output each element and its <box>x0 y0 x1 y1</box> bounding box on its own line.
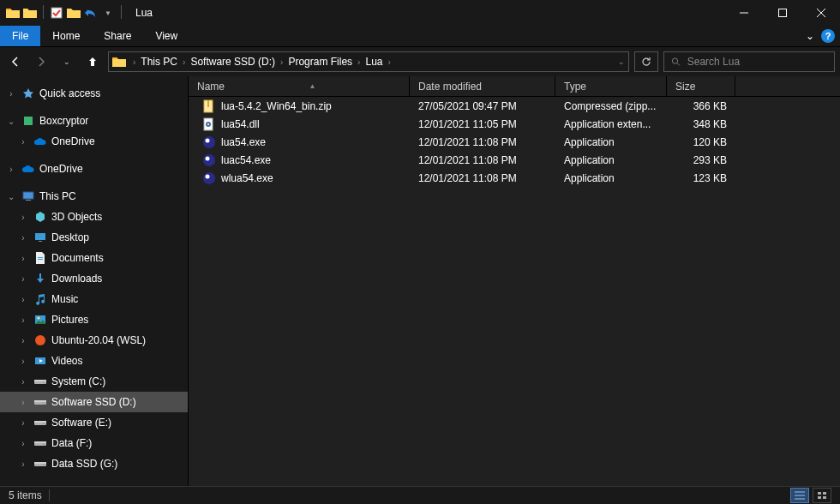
view-details-button[interactable] <box>790 488 809 503</box>
up-button[interactable] <box>82 51 103 72</box>
breadcrumb-segment[interactable]: This PC <box>137 56 181 68</box>
tree-item[interactable]: › Pictures <box>0 309 188 330</box>
tree-label: Pictures <box>51 314 88 326</box>
tree-label: Videos <box>51 355 82 367</box>
tree-onedrive[interactable]: › OneDrive <box>0 159 188 179</box>
breadcrumb-segment[interactable]: Software SSD (D:) <box>187 56 279 68</box>
svg-rect-32 <box>207 100 209 107</box>
chevron-right-icon[interactable]: › <box>279 57 285 67</box>
qat-dropdown-icon[interactable]: ▼ <box>100 5 116 21</box>
chevron-right-icon[interactable]: › <box>17 336 29 345</box>
column-label: Name <box>197 81 225 93</box>
documents-icon <box>33 250 48 266</box>
qat-check-icon[interactable] <box>49 5 64 21</box>
chevron-right-icon[interactable]: › <box>5 165 17 174</box>
file-row[interactable]: lua-5.4.2_Win64_bin.zip 27/05/2021 09:47… <box>189 97 840 115</box>
chevron-right-icon[interactable]: › <box>17 213 29 222</box>
chevron-right-icon[interactable]: › <box>17 418 29 428</box>
chevron-right-icon[interactable]: › <box>17 295 29 304</box>
tree-item[interactable]: › System (C:) <box>0 371 188 392</box>
tree-item[interactable]: › Downloads <box>0 268 188 289</box>
file-size: 120 KB <box>667 136 735 148</box>
chevron-right-icon[interactable]: › <box>17 274 29 284</box>
tree-label: Data SSD (G:) <box>51 458 117 470</box>
minimize-button[interactable] <box>724 0 763 26</box>
column-header-type[interactable]: Type <box>555 76 667 96</box>
chevron-right-icon[interactable]: › <box>17 377 29 387</box>
chevron-down-icon[interactable]: ⌄ <box>5 117 17 126</box>
onedrive-icon <box>33 134 48 149</box>
back-button[interactable] <box>5 51 26 72</box>
refresh-button[interactable] <box>634 51 658 72</box>
drive-icon <box>33 394 48 410</box>
forward-button[interactable] <box>31 51 51 72</box>
column-header-name[interactable]: Name ▲ <box>189 76 410 96</box>
drive-icon <box>33 374 48 389</box>
recent-dropdown-icon[interactable]: ⌄ <box>57 51 77 72</box>
chevron-right-icon[interactable]: › <box>17 357 29 366</box>
file-size: 123 KB <box>667 172 735 184</box>
tab-home[interactable]: Home <box>40 26 92 46</box>
file-date: 12/01/2021 11:08 PM <box>410 136 555 148</box>
search-input[interactable] <box>687 56 827 68</box>
tree-item[interactable]: › 3D Objects <box>0 207 188 227</box>
svg-line-6 <box>677 63 680 66</box>
svg-rect-45 <box>818 492 821 495</box>
address-bar[interactable]: › This PC › Software SSD (D:) › Program … <box>108 51 629 72</box>
tree-item[interactable]: › Data SSD (G:) <box>0 453 188 474</box>
chevron-right-icon[interactable]: › <box>356 57 362 67</box>
tree-quick-access[interactable]: › Quick access <box>0 83 188 104</box>
tab-share[interactable]: Share <box>92 26 143 46</box>
chevron-right-icon[interactable]: › <box>17 439 29 448</box>
file-row[interactable]: lua54.dll 12/01/2021 11:05 PM Applicatio… <box>189 115 840 133</box>
tab-file[interactable]: File <box>0 26 40 46</box>
file-date: 27/05/2021 09:47 PM <box>410 100 555 112</box>
chevron-right-icon[interactable]: › <box>181 57 187 67</box>
chevron-right-icon[interactable]: › <box>17 459 29 469</box>
view-large-icons-button[interactable] <box>813 488 831 503</box>
chevron-right-icon[interactable]: › <box>17 254 29 263</box>
tree-item[interactable]: › Music <box>0 289 188 309</box>
tree-item[interactable]: › Data (F:) <box>0 433 188 453</box>
qat-properties-icon[interactable] <box>22 5 38 21</box>
tree-onedrive-nested[interactable]: › OneDrive <box>0 131 188 152</box>
file-row[interactable]: luac54.exe 12/01/2021 11:08 PM Applicati… <box>189 151 840 169</box>
tree-item[interactable]: › Software SSD (D:) <box>0 392 188 412</box>
tab-view[interactable]: View <box>143 26 189 46</box>
search-box[interactable] <box>663 51 835 72</box>
breadcrumb-segment[interactable]: Program Files <box>285 56 356 68</box>
file-type: Application exten... <box>555 118 667 130</box>
breadcrumb-segment[interactable]: Lua <box>362 56 386 68</box>
chevron-right-icon[interactable]: › <box>131 57 137 67</box>
tree-this-pc[interactable]: ⌄ This PC <box>0 186 188 207</box>
file-row[interactable]: lua54.exe 12/01/2021 11:08 PM Applicatio… <box>189 133 840 151</box>
tree-boxcryptor[interactable]: ⌄ Boxcryptor <box>0 111 188 131</box>
close-button[interactable] <box>801 0 840 26</box>
file-type: Application <box>555 136 667 148</box>
file-type: Application <box>555 172 667 184</box>
ribbon-tabs: File Home Share View ⌄ ? <box>0 26 840 47</box>
tree-item[interactable]: › Software (E:) <box>0 412 188 433</box>
chevron-right-icon[interactable]: › <box>5 89 17 99</box>
chevron-right-icon[interactable]: › <box>17 315 29 325</box>
tree-item[interactable]: › Videos <box>0 351 188 371</box>
qat-folder-icon[interactable] <box>66 5 81 21</box>
undo-icon[interactable] <box>83 5 99 21</box>
chevron-down-icon[interactable]: ⌄ <box>5 192 17 201</box>
tree-item[interactable]: › Desktop <box>0 227 188 248</box>
chevron-right-icon[interactable]: › <box>17 233 29 243</box>
ribbon-expand-icon[interactable]: ⌄ <box>806 30 814 42</box>
chevron-right-icon[interactable]: › <box>17 137 29 147</box>
chevron-right-icon[interactable]: › <box>386 57 392 67</box>
file-row[interactable]: wlua54.exe 12/01/2021 11:08 PM Applicati… <box>189 169 840 187</box>
tree-item[interactable]: › Documents <box>0 248 188 268</box>
column-header-size[interactable]: Size <box>667 76 735 96</box>
chevron-right-icon[interactable]: › <box>17 398 29 407</box>
file-name: wlua54.exe <box>221 172 273 184</box>
file-list-pane: Name ▲ Date modified Type Size lua-5.4.2… <box>189 76 840 486</box>
tree-item[interactable]: › Ubuntu-20.04 (WSL) <box>0 330 188 351</box>
column-header-date[interactable]: Date modified <box>410 76 555 96</box>
help-icon[interactable]: ? <box>821 29 835 43</box>
maximize-button[interactable] <box>763 0 801 26</box>
address-dropdown-icon[interactable]: ⌄ <box>618 57 625 66</box>
